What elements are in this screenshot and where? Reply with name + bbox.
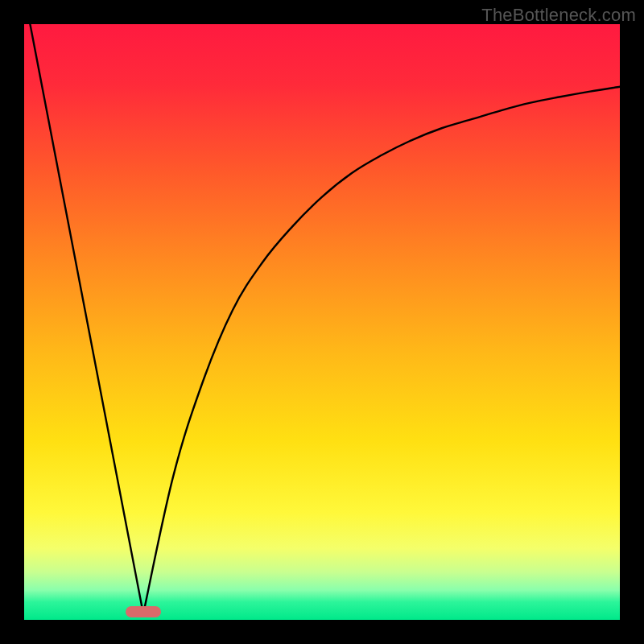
watermark-text: TheBottleneck.com — [481, 5, 636, 26]
curve-right-segment — [143, 87, 620, 614]
curve-left-segment — [30, 24, 143, 614]
curve-svg — [24, 24, 620, 620]
plot-area — [24, 24, 620, 620]
optimum-marker — [126, 606, 161, 617]
chart-frame: TheBottleneck.com — [0, 0, 644, 644]
